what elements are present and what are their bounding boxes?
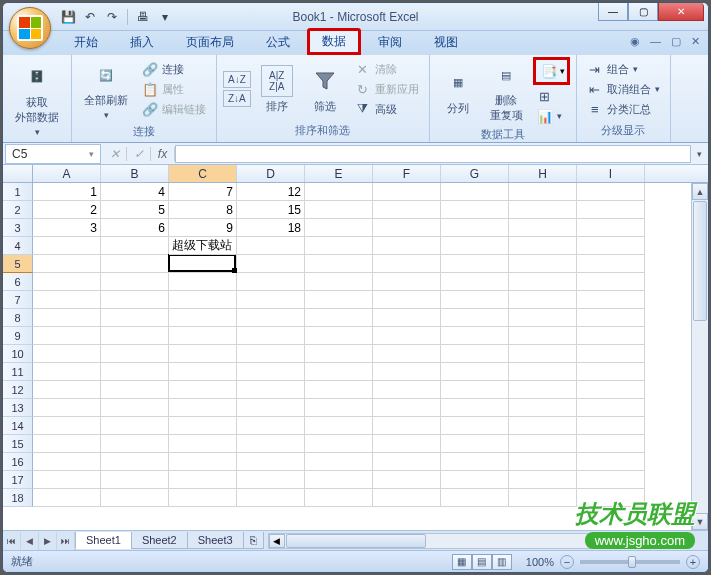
cell[interactable] [373,453,441,471]
cell[interactable] [305,363,373,381]
cell[interactable] [577,291,645,309]
cell[interactable] [373,291,441,309]
doc-restore-button[interactable]: ▢ [671,35,681,48]
row-header[interactable]: 17 [3,471,33,489]
row-header[interactable]: 3 [3,219,33,237]
cell[interactable] [305,255,373,273]
cell[interactable] [373,237,441,255]
cell[interactable] [509,183,577,201]
page-layout-view-button[interactable]: ▤ [472,554,492,570]
name-box[interactable]: C5▾ [5,144,101,164]
cell[interactable] [373,183,441,201]
cell[interactable] [441,363,509,381]
cell[interactable] [101,273,169,291]
cell[interactable]: 1 [33,183,101,201]
cell[interactable] [509,219,577,237]
row-header[interactable]: 5 [3,255,33,273]
cell[interactable]: 7 [169,183,237,201]
cell[interactable]: 3 [33,219,101,237]
sort-button[interactable]: A|ZZ|A 排序 [255,63,299,116]
what-if-button[interactable]: 📊▾ [533,107,570,125]
cell[interactable] [33,291,101,309]
row-header[interactable]: 18 [3,489,33,507]
cell[interactable]: 6 [101,219,169,237]
cell[interactable] [101,489,169,507]
cell[interactable] [441,255,509,273]
cell[interactable] [441,183,509,201]
sheet-nav-prev[interactable]: ◀ [21,532,39,550]
hscroll-thumb[interactable] [286,534,426,548]
edit-links-button[interactable]: 🔗编辑链接 [138,101,210,119]
cell[interactable] [33,345,101,363]
cell[interactable] [237,309,305,327]
cell[interactable] [169,309,237,327]
cell[interactable] [305,183,373,201]
cell[interactable] [169,489,237,507]
reapply-button[interactable]: ↻重新应用 [351,80,423,98]
text-to-columns-button[interactable]: ▦ 分列 [436,65,480,118]
cell[interactable] [509,453,577,471]
cell[interactable] [237,453,305,471]
window-maximize-button[interactable]: ▢ [628,3,658,21]
tab-home[interactable]: 开始 [59,29,113,55]
cell[interactable]: 9 [169,219,237,237]
cell[interactable] [373,417,441,435]
remove-duplicates-button[interactable]: ▤ 删除 重复项 [484,57,529,125]
cell[interactable] [577,435,645,453]
cell[interactable] [577,219,645,237]
cell[interactable] [509,273,577,291]
row-header[interactable]: 4 [3,237,33,255]
sort-descending-button[interactable]: Z↓A [223,90,251,107]
cell[interactable] [237,399,305,417]
cell[interactable] [33,471,101,489]
cell[interactable] [169,399,237,417]
get-external-data-button[interactable]: 🗄️ 获取 外部数据 ▾ [9,59,65,139]
cell[interactable] [441,435,509,453]
row-header[interactable]: 8 [3,309,33,327]
col-header-i[interactable]: I [577,165,645,182]
ribbon-help-button[interactable]: ◉ [630,35,640,48]
cell[interactable] [577,237,645,255]
properties-button[interactable]: 📋属性 [138,81,210,99]
data-validation-button[interactable]: 📑▾ [533,57,570,85]
vertical-scrollbar[interactable]: ▲ ▼ [691,183,708,530]
cell[interactable] [509,255,577,273]
office-button[interactable] [9,7,51,49]
cell[interactable] [509,201,577,219]
cell[interactable] [373,471,441,489]
cell[interactable] [441,399,509,417]
cell[interactable]: 18 [237,219,305,237]
col-header-f[interactable]: F [373,165,441,182]
select-all-corner[interactable] [3,165,33,182]
cell[interactable] [441,381,509,399]
scroll-down-button[interactable]: ▼ [692,513,708,530]
cell[interactable] [237,471,305,489]
cell[interactable] [441,237,509,255]
subtotal-button[interactable]: ≡分类汇总 [583,100,664,118]
cell[interactable]: 超级下载站 [169,237,237,255]
cell[interactable] [441,345,509,363]
cell[interactable] [305,201,373,219]
cell[interactable] [33,363,101,381]
cell[interactable] [509,291,577,309]
cell[interactable] [237,273,305,291]
sort-ascending-button[interactable]: A↓Z [223,71,251,88]
sheet-nav-first[interactable]: ⏮ [3,532,21,550]
cell[interactable] [305,273,373,291]
cell[interactable] [101,327,169,345]
tab-view[interactable]: 视图 [419,29,473,55]
page-break-view-button[interactable]: ▥ [492,554,512,570]
cell[interactable] [305,453,373,471]
cell[interactable] [237,381,305,399]
row-header[interactable]: 14 [3,417,33,435]
cell[interactable] [305,489,373,507]
cell[interactable] [373,309,441,327]
cell[interactable] [441,471,509,489]
vscroll-thumb[interactable] [693,201,707,321]
cell[interactable] [305,345,373,363]
fx-button[interactable]: fx [151,147,175,161]
zoom-slider-thumb[interactable] [628,556,636,568]
cell[interactable] [237,345,305,363]
cell[interactable] [33,435,101,453]
advanced-filter-button[interactable]: ⧩高级 [351,100,423,118]
